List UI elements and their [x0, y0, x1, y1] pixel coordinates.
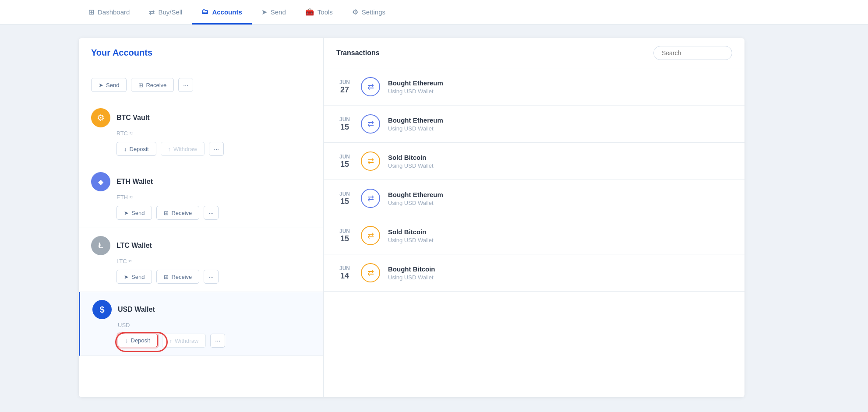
- deposit-down-icon: ↓: [124, 146, 127, 152]
- account-item-ltc: Ł LTC Wallet LTC ≈ ➤ Send ⊞ Receive ···: [79, 228, 323, 292]
- usd-balance: USD: [118, 322, 311, 328]
- tx-subtitle: Using USD Wallet: [388, 162, 732, 169]
- nav-tools[interactable]: 🧰 Tools: [296, 0, 342, 25]
- eth-receive-button[interactable]: ⊞ Receive: [156, 206, 199, 220]
- receive-icon: ⊞: [138, 82, 143, 88]
- tx-title: Bought Ethereum: [388, 79, 732, 87]
- tx-info: Bought Ethereum Using USD Wallet: [388, 116, 732, 132]
- btc-withdraw-label: Withdraw: [173, 146, 197, 152]
- tx-date: JUN 14: [336, 265, 353, 281]
- btc-withdraw-button[interactable]: ↑ Withdraw: [161, 142, 205, 156]
- nav-dashboard[interactable]: ⊞ Dashboard: [79, 0, 139, 25]
- accounts-title: Your Accounts: [79, 38, 323, 65]
- ltc-balance: LTC ≈: [116, 258, 311, 264]
- usd-account-header: $ USD Wallet: [92, 300, 311, 319]
- btc-send-label: Send: [106, 82, 119, 88]
- search-input[interactable]: [653, 46, 732, 60]
- usd-deposit-label: Deposit: [131, 337, 150, 344]
- tx-icon: ⇄: [361, 114, 380, 134]
- transactions-header: Transactions: [324, 38, 745, 68]
- tx-date: JUN 15: [336, 116, 353, 132]
- send-icon: ➤: [261, 8, 267, 16]
- ltc-receive-icon: ⊞: [164, 274, 169, 280]
- nav-send-label: Send: [271, 8, 286, 16]
- nav-send[interactable]: ➤ Send: [252, 0, 296, 25]
- tx-month: JUN: [336, 116, 353, 123]
- withdraw-up-icon: ↑: [168, 146, 171, 152]
- transaction-item[interactable]: JUN 27 ⇄ Bought Ethereum Using USD Walle…: [324, 68, 745, 106]
- tx-subtitle: Using USD Wallet: [388, 88, 732, 95]
- eth-receive-label: Receive: [171, 210, 192, 216]
- tx-icon: ⇄: [361, 226, 380, 245]
- btc-more2-button[interactable]: ···: [209, 142, 224, 156]
- tx-day: 15: [336, 197, 353, 206]
- tx-day: 14: [336, 271, 353, 281]
- transactions-panel: Transactions JUN 27 ⇄ Bought Ethereum Us…: [324, 38, 745, 397]
- nav-buysell[interactable]: ⇄ Buy/Sell: [139, 0, 192, 25]
- tx-subtitle: Using USD Wallet: [388, 237, 732, 243]
- tx-info: Sold Bitcoin Using USD Wallet: [388, 154, 732, 169]
- account-item-usd: $ USD Wallet USD ↓ Deposit ↑ Withdraw: [79, 292, 323, 356]
- tx-date: JUN 15: [336, 191, 353, 206]
- tx-title: Bought Ethereum: [388, 116, 732, 124]
- usd-withdraw-button[interactable]: ↑ Withdraw: [162, 334, 206, 348]
- tools-icon: 🧰: [305, 8, 314, 16]
- transaction-item[interactable]: JUN 15 ⇄ Sold Bitcoin Using USD Wallet: [324, 143, 745, 180]
- ltc-receive-button[interactable]: ⊞ Receive: [156, 270, 199, 284]
- nav-settings-label: Settings: [362, 8, 385, 16]
- settings-icon: ⚙: [352, 8, 358, 16]
- btc-receive-label: Receive: [146, 82, 166, 88]
- tx-date: JUN 15: [336, 154, 353, 169]
- tx-month: JUN: [336, 191, 353, 197]
- eth-name: ETH Wallet: [116, 178, 153, 186]
- tx-icon: ⇄: [361, 263, 380, 282]
- tx-month: JUN: [336, 228, 353, 234]
- usd-more-button[interactable]: ···: [210, 334, 225, 348]
- tx-date: JUN 27: [336, 79, 353, 95]
- transaction-item[interactable]: JUN 15 ⇄ Bought Ethereum Using USD Walle…: [324, 180, 745, 217]
- ltc-receive-label: Receive: [171, 274, 192, 280]
- eth-icon: ◆: [91, 172, 110, 191]
- tx-month: JUN: [336, 265, 353, 271]
- eth-actions: ➤ Send ⊞ Receive ···: [116, 206, 311, 220]
- ltc-icon: Ł: [91, 236, 110, 255]
- usd-deposit-wrapper: ↓ Deposit: [118, 334, 158, 348]
- ltc-send-button[interactable]: ➤ Send: [116, 270, 152, 284]
- ltc-send-label: Send: [131, 274, 145, 280]
- ltc-actions: ➤ Send ⊞ Receive ···: [116, 270, 311, 284]
- btc-deposit-button[interactable]: ↓ Deposit: [116, 142, 156, 156]
- nav-accounts-label: Accounts: [212, 8, 242, 16]
- send-arrow-icon: ➤: [99, 82, 103, 88]
- accounts-panel: Your Accounts ➤ Send ⊞ Receive ···: [79, 38, 745, 397]
- usd-deposit-button[interactable]: ↓ Deposit: [118, 334, 158, 347]
- nav-accounts[interactable]: 🗂 Accounts: [192, 0, 251, 25]
- main-container: Your Accounts ➤ Send ⊞ Receive ···: [0, 25, 868, 410]
- tx-month: JUN: [336, 154, 353, 160]
- tx-title: Sold Bitcoin: [388, 228, 732, 236]
- ltc-name: LTC Wallet: [116, 242, 152, 250]
- btc-icon: ⚙: [91, 108, 110, 127]
- transaction-item[interactable]: JUN 15 ⇄ Sold Bitcoin Using USD Wallet: [324, 217, 745, 254]
- btc-send-button[interactable]: ➤ Send: [91, 78, 127, 92]
- usd-name: USD Wallet: [118, 306, 155, 313]
- eth-send-button[interactable]: ➤ Send: [116, 206, 152, 220]
- btc-receive-button[interactable]: ⊞ Receive: [131, 78, 174, 92]
- tx-date: JUN 15: [336, 228, 353, 243]
- nav-settings[interactable]: ⚙ Settings: [342, 0, 395, 25]
- tx-info: Sold Bitcoin Using USD Wallet: [388, 228, 732, 243]
- btc-more-button[interactable]: ···: [178, 78, 193, 92]
- transaction-item[interactable]: JUN 14 ⇄ Bought Bitcoin Using USD Wallet: [324, 254, 745, 292]
- dashboard-icon: ⊞: [88, 8, 94, 16]
- tx-subtitle: Using USD Wallet: [388, 200, 732, 206]
- buysell-icon: ⇄: [149, 8, 155, 16]
- eth-more-button[interactable]: ···: [204, 206, 219, 220]
- ltc-more-button[interactable]: ···: [204, 270, 219, 284]
- transaction-item[interactable]: JUN 15 ⇄ Bought Ethereum Using USD Walle…: [324, 106, 745, 143]
- tx-day: 27: [336, 85, 353, 95]
- eth-receive-icon: ⊞: [164, 210, 169, 216]
- transaction-list: JUN 27 ⇄ Bought Ethereum Using USD Walle…: [324, 68, 745, 292]
- nav-bar: ⊞ Dashboard ⇄ Buy/Sell 🗂 Accounts ➤ Send…: [0, 0, 868, 25]
- tx-info: Bought Bitcoin Using USD Wallet: [388, 265, 732, 281]
- eth-send-label: Send: [131, 210, 145, 216]
- tx-month: JUN: [336, 79, 353, 85]
